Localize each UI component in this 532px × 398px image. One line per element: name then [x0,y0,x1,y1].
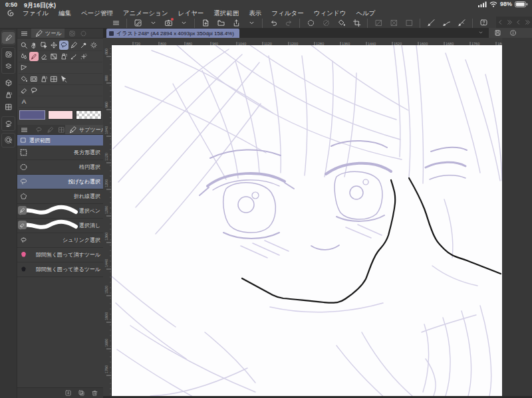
select-launcher[interactable] [306,19,315,28]
redo[interactable] [284,19,293,28]
subtool-item-4[interactable]: 折れ線選択 [17,189,104,204]
tool-layout[interactable] [49,74,59,84]
canvas-tab[interactable]: イラスト248* (A4 2894 x 4093px 350dpi 158.4%… [106,29,239,38]
tool-eraser[interactable] [19,86,29,95]
collapse-left[interactable] [497,19,503,25]
fill-selection[interactable] [336,19,346,28]
tool-frame-border[interactable] [29,74,39,84]
tool-zoom[interactable] [19,41,29,50]
color-swatches [17,108,104,122]
tool-text[interactable]: A [19,97,29,106]
panel-brush[interactable] [2,89,15,101]
import-subtool[interactable] [65,389,72,397]
menu-item-ウィンドウ[interactable]: ウィンドウ [314,9,346,18]
menu-item-選択範囲[interactable]: 選択範囲 [213,9,239,18]
tool-marker[interactable] [29,52,39,61]
reference-chevron[interactable] [179,19,188,28]
deselect[interactable] [321,19,331,28]
ink-stroke-face [242,180,395,303]
open-file[interactable] [216,19,225,28]
tool-spray[interactable] [39,74,49,84]
transparent-color-swatch[interactable] [76,110,102,120]
tab-tool[interactable]: ツール [31,29,65,38]
collapse-left-2[interactable] [515,19,521,25]
transform-3[interactable] [404,19,414,28]
main-menu[interactable] [111,19,120,28]
transform-1[interactable] [374,19,383,28]
clip-studio-logo-icon[interactable] [6,9,16,18]
menu-item-ページ管理[interactable]: ページ管理 [81,9,113,18]
subtool-item-9[interactable]: 隙間無く囲って塗るツール [17,262,104,277]
pen-settings[interactable] [133,19,142,28]
panel-tool[interactable] [2,32,15,44]
svg-text:1600: 1600 [104,312,108,320]
menu-item-ヘルプ[interactable]: ヘルプ [356,9,375,18]
expand-right-2[interactable] [525,19,531,25]
tool-decoration[interactable] [79,52,88,61]
pen-settings-chevron[interactable] [148,19,158,28]
menu-item-ファイル[interactable]: ファイル [23,9,49,18]
reference-photo[interactable] [164,19,173,28]
tool-move[interactable] [49,41,59,50]
delete-subtool[interactable] [91,389,98,397]
expand-right[interactable] [507,19,513,25]
save-status[interactable] [494,29,501,37]
sub-color-swatch[interactable] [48,110,74,120]
airbrush-icon [60,52,68,60]
tool-pen[interactable] [69,41,78,50]
tab-list-chevron[interactable] [477,29,484,36]
export-chevron[interactable] [247,19,256,28]
new-canvas[interactable] [201,19,210,28]
drawing-canvas[interactable] [112,45,502,396]
subtool-item-2[interactable]: 楕円選択 [17,160,104,175]
subtool-item-1[interactable]: 長方形選択 [17,146,104,160]
help[interactable] [479,19,488,28]
undo[interactable] [269,19,278,28]
tool-airbrush[interactable] [59,52,68,61]
subtool-panel-menu-icon[interactable] [20,126,29,134]
tool-fill[interactable] [19,74,29,84]
tool-liquify[interactable] [69,52,78,61]
subtool-item-3[interactable]: 投げなわ選択 [17,175,104,189]
subtool-item-5[interactable]: 選択ペン [17,204,104,219]
tool-balloon[interactable] [29,86,39,95]
subtool-item-6[interactable]: 選択消し [17,219,104,233]
tool-blend[interactable] [19,52,29,61]
panel-navigator[interactable] [2,134,15,146]
snap-ruler-curve[interactable] [442,19,451,28]
tabbar-right-icons [489,28,532,38]
tool-object[interactable] [59,74,68,84]
transform-2[interactable] [389,19,398,28]
snap-ruler-special[interactable] [457,19,466,28]
tool-eyedropper[interactable] [79,41,88,50]
subtool-group-header[interactable]: 選択範囲 [17,135,104,146]
export-share[interactable] [231,19,241,28]
tool-hand[interactable] [29,41,39,50]
panel-screentone[interactable] [2,101,15,113]
canvas-info[interactable] [509,29,517,37]
panel-quick-access[interactable] [2,49,15,60]
menu-item-レイヤー[interactable]: レイヤー [178,9,204,18]
duplicate-subtool[interactable] [78,389,85,397]
tool-eraser-wedge[interactable] [39,52,49,61]
subtool-item-8[interactable]: 隙間無く囲って消すツール [17,248,104,262]
main-color-swatch[interactable] [19,110,45,120]
menu-item-表示[interactable]: 表示 [249,9,261,18]
panel-subtool-detail[interactable] [2,118,15,130]
tool-auto-select[interactable] [89,41,98,50]
tool-selection[interactable] [59,41,68,50]
redo-icon [285,19,293,27]
menu-item-フィルター[interactable]: フィルター [271,9,303,18]
tab-subtool-selection[interactable]: サブツール[選択 [65,125,104,134]
crop-frame[interactable] [352,19,361,28]
tool-operate[interactable] [39,41,49,50]
subtool-item-7[interactable]: シュリンク選択 [17,233,104,248]
tool-panel-menu-icon[interactable] [20,29,29,38]
menu-item-アニメーション[interactable]: アニメーション [123,9,168,18]
tool-gradient[interactable] [49,52,59,61]
panel-material[interactable] [2,77,15,89]
snap-ruler-parallel[interactable] [426,19,436,28]
tool-figure[interactable] [19,63,29,72]
menu-item-編集[interactable]: 編集 [59,9,71,18]
panel-layers[interactable] [2,60,15,72]
